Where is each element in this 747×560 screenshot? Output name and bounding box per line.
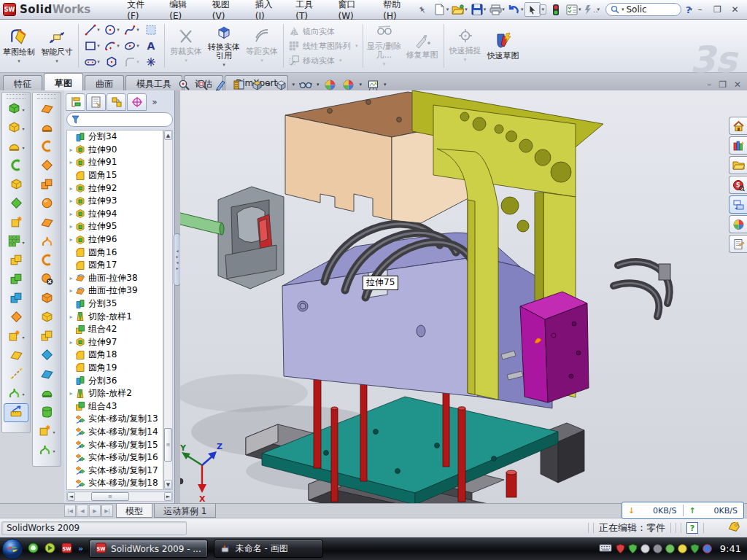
instant3d-button[interactable] xyxy=(4,403,28,422)
extruded-boss-button[interactable]: ▾ xyxy=(2,100,30,119)
tree-item[interactable]: 圆角19 xyxy=(67,362,163,375)
toolbar-grip[interactable] xyxy=(7,94,26,99)
filled-surface-button[interactable] xyxy=(33,176,61,195)
graphics-viewport[interactable]: Y Z X S xyxy=(180,90,747,503)
zoom-to-area-button[interactable] xyxy=(194,78,210,91)
insert-surface-button[interactable]: ▾ xyxy=(33,422,61,441)
quick-tips-help-icon[interactable]: ? xyxy=(686,522,698,534)
dome-button[interactable] xyxy=(33,403,61,422)
smart-dimension-dropdown-icon[interactable]: ▾ xyxy=(55,57,58,66)
repair-sketch-button[interactable]: 修复草图 xyxy=(403,20,441,72)
solidworks-search-tab[interactable]: S xyxy=(729,176,747,194)
green-guide-rod[interactable] xyxy=(180,211,224,235)
tree-item[interactable]: ▸曲面-拉伸39 xyxy=(67,284,163,298)
linear-sketch-pattern-button[interactable]: 线性草图阵列 ▾ xyxy=(288,39,358,52)
extend-surface-button[interactable] xyxy=(33,346,61,365)
tab-scroll-first-icon[interactable]: |◀ xyxy=(64,505,76,517)
tree-item[interactable]: 圆角16 xyxy=(67,246,163,259)
model-tab[interactable]: 运动算例 1 xyxy=(154,504,216,518)
tree-filter-box[interactable] xyxy=(66,112,173,127)
tab-configuration-manager[interactable] xyxy=(107,93,126,111)
tab-scroll-next-icon[interactable]: ▶ xyxy=(89,505,101,517)
tree-item[interactable]: ▸切除-放样2 xyxy=(67,387,163,400)
expand-arrow-icon[interactable]: ▸ xyxy=(67,339,75,346)
delete-face-button[interactable] xyxy=(33,271,61,289)
magenta-insert-block[interactable] xyxy=(520,292,589,402)
dropdown-icon[interactable]: ▾ xyxy=(22,335,24,340)
tree-item[interactable]: ▸拉伸91 xyxy=(67,156,163,169)
swept-cut-button[interactable] xyxy=(2,157,30,176)
tree-item[interactable]: ▸拉伸93 xyxy=(67,195,163,208)
certificate-icon[interactable] xyxy=(640,544,650,553)
tree-item[interactable]: 实体-移动/复制17 xyxy=(67,464,163,477)
tree-item[interactable]: 实体-移动/复制13 xyxy=(67,413,163,426)
scroll-up-icon[interactable]: ▲ xyxy=(164,131,172,140)
sketch-fillet-tool[interactable]: ▾ xyxy=(122,55,141,70)
expand-arrow-icon[interactable]: ▸ xyxy=(67,198,75,204)
appearances-scenes-tab[interactable] xyxy=(729,215,747,233)
tree-item[interactable]: ▸拉伸92 xyxy=(67,182,163,195)
boundary-surface-button[interactable] xyxy=(33,157,61,176)
mold-cavity-block[interactable] xyxy=(282,233,552,408)
design-library-tab[interactable] xyxy=(729,136,747,155)
doc-minimize-button[interactable]: – xyxy=(707,79,711,90)
hide-show-items-button[interactable] xyxy=(298,78,314,91)
revolved-surface-button[interactable] xyxy=(33,100,61,119)
ribbon-tab[interactable]: 草图 xyxy=(44,73,83,90)
mirror-entities-button[interactable]: 镜向实体 xyxy=(288,25,358,38)
expand-arrow-icon[interactable]: ▸ xyxy=(67,223,75,230)
display-style-button[interactable] xyxy=(249,78,265,91)
file-explorer-tab[interactable] xyxy=(729,156,747,174)
tab-scroll-last-icon[interactable]: ▶| xyxy=(101,505,113,517)
quick-snaps-button[interactable]: 快速捕捉 ▾ xyxy=(446,20,484,72)
dropdown-icon[interactable]: ▾ xyxy=(268,82,271,88)
solidworks-resources-tab[interactable] xyxy=(729,117,747,135)
tag-icon[interactable] xyxy=(728,522,740,534)
swept-surface-button[interactable] xyxy=(33,119,61,138)
menu-pin-icon[interactable]: 🖈 xyxy=(416,2,430,17)
point-tool[interactable] xyxy=(142,55,160,70)
tab-property-manager[interactable] xyxy=(86,93,106,111)
region-select-tool[interactable] xyxy=(142,23,160,38)
tree-item[interactable]: 实体-移动/复制14 xyxy=(67,426,163,439)
spline-tool[interactable]: ▾ xyxy=(122,23,141,38)
view-settings-button[interactable] xyxy=(365,78,381,91)
tab-dimxpert-manager[interactable] xyxy=(127,93,147,111)
scroll-down-icon[interactable]: ▼ xyxy=(164,480,172,489)
offset-entities-button[interactable]: 等距实体 ▾ xyxy=(243,20,281,72)
ruled-surface-button[interactable] xyxy=(33,252,61,271)
view-orientation-button[interactable] xyxy=(231,78,247,91)
dropdown-icon[interactable]: ▾ xyxy=(22,240,24,245)
slider-clamp[interactable] xyxy=(218,187,284,289)
rectangle-tool[interactable]: ▾ xyxy=(82,39,101,54)
ribbon-tab[interactable]: 特征 xyxy=(3,75,42,90)
spiral-curve-button[interactable]: ▾ xyxy=(33,441,61,460)
tree-item[interactable]: 分割35 xyxy=(67,298,163,311)
open-icon[interactable] xyxy=(450,2,466,17)
tree-item[interactable]: ▸拉伸96 xyxy=(67,233,163,246)
tree-item[interactable]: ▸拉伸95 xyxy=(67,220,163,233)
taskbar-clock[interactable]: 9:41 xyxy=(720,543,741,554)
tree-item[interactable]: ▸拉伸90 xyxy=(67,144,163,157)
dropdown-icon[interactable]: ▾ xyxy=(22,126,24,131)
tab-feature-manager[interactable] xyxy=(66,93,85,111)
dropdown-icon[interactable]: ▾ xyxy=(293,82,295,88)
media-player-icon[interactable] xyxy=(44,542,55,556)
move-entities-button[interactable]: 移动实体 ▾ xyxy=(288,54,358,67)
dropdown-icon[interactable]: ▾ xyxy=(360,82,363,88)
tree-item[interactable]: 圆角18 xyxy=(67,349,163,362)
messenger-icon[interactable] xyxy=(28,542,39,556)
scroll-left-icon[interactable]: ◄ xyxy=(67,492,75,501)
polygon-tool[interactable] xyxy=(102,55,121,70)
quick-launch-more-icon[interactable]: » xyxy=(78,544,83,553)
sketch-dropdown-icon[interactable]: ▾ xyxy=(18,57,20,66)
tree-horizontal-scrollbar[interactable]: ◄ ≡ ► xyxy=(66,491,173,502)
tree-item[interactable]: 组合42 xyxy=(67,323,163,336)
custom-properties-tab[interactable] xyxy=(729,235,747,253)
ellipse-tool[interactable]: ▾ xyxy=(122,39,141,54)
view-cube-button[interactable] xyxy=(274,78,290,91)
solidworks-launcher-icon[interactable]: SW xyxy=(61,542,72,556)
lightning-tools-icon[interactable]: .. xyxy=(582,2,598,17)
trim-surface-button[interactable] xyxy=(33,327,61,346)
split-body-button[interactable] xyxy=(2,289,30,308)
